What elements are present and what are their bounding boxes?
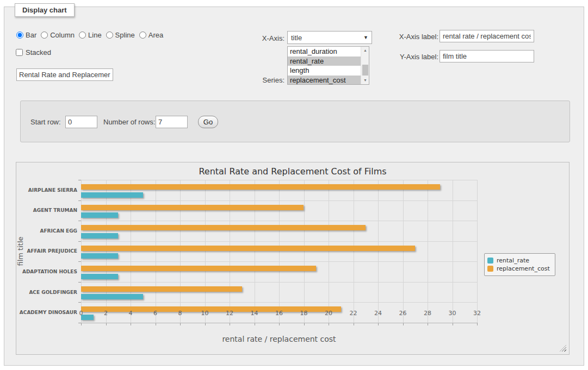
number-of-rows-label: Number of rows:	[103, 118, 155, 126]
bar-rental_rate[interactable]	[81, 212, 118, 218]
bar-replacement_cost[interactable]	[81, 246, 415, 251]
chart-type-label: Column	[50, 31, 75, 39]
x-tick-label: 18	[295, 310, 313, 317]
bar-rental_rate[interactable]	[81, 274, 118, 279]
x-tick-label: 10	[196, 310, 214, 317]
start-row-input[interactable]	[65, 116, 97, 128]
gridline-horizontal	[81, 261, 477, 262]
gridline-horizontal	[81, 302, 477, 303]
gridline-vertical	[378, 180, 379, 323]
bar-rental_rate[interactable]	[81, 253, 118, 259]
bar-replacement_cost[interactable]	[81, 184, 440, 190]
stacked-checkbox[interactable]	[16, 49, 23, 56]
bar-replacement_cost[interactable]	[81, 286, 242, 292]
legend-entry-rental_rate[interactable]: rental_rate	[487, 256, 550, 265]
bar-rental_rate[interactable]	[81, 294, 143, 299]
legend-label: rental_rate	[497, 257, 529, 264]
chart-type-option-line[interactable]: Line	[79, 31, 102, 39]
start-row-label: Start row:	[30, 118, 61, 126]
gridline-vertical	[81, 180, 82, 323]
x-tick-label: 30	[443, 310, 462, 317]
x-axis-select[interactable]: title ▼	[287, 31, 372, 44]
y-axis-label-input[interactable]	[440, 50, 534, 62]
panel-title: Display chart	[15, 3, 75, 17]
category-label: ADAPTATION HOLES	[16, 261, 77, 282]
x-tick-label: 32	[468, 310, 486, 317]
chart-plot-area	[81, 180, 477, 323]
bar-rental_rate[interactable]	[81, 233, 118, 239]
x-tick-label: 2	[97, 310, 115, 317]
series-option-replacement_cost[interactable]: replacement_cost	[288, 76, 361, 85]
x-tick-label: 14	[245, 310, 264, 317]
category-label: ACADEMY DINOSAUR	[16, 302, 77, 323]
series-label: Series:	[244, 76, 284, 84]
x-tick-label: 24	[369, 310, 387, 317]
x-tick-label: 0	[72, 310, 90, 317]
scrollbar-thumb[interactable]	[362, 65, 368, 76]
go-button[interactable]: Go	[198, 116, 218, 128]
chart-type-option-spline[interactable]: Spline	[106, 31, 135, 39]
chart-type-radio-group: BarColumnLineSplineArea	[16, 31, 168, 39]
y-axis-tick	[78, 221, 81, 221]
y-axis-tick	[78, 261, 81, 262]
x-tick-label: 16	[270, 310, 288, 317]
scroll-up-icon[interactable]: ▲	[361, 47, 369, 54]
category-label: AFRICAN EGG	[16, 221, 77, 241]
series-option-length[interactable]: length	[288, 66, 361, 76]
scroll-down-icon[interactable]: ▼	[361, 77, 369, 84]
gridline-horizontal	[81, 200, 477, 201]
gridline-horizontal	[81, 241, 477, 242]
legend-entry-replacement_cost[interactable]: replacement_cost	[487, 265, 550, 273]
y-axis-label-caption: Y-Axis label:	[388, 53, 438, 61]
x-tick-label: 4	[121, 310, 140, 317]
gridline-vertical	[205, 180, 206, 323]
y-axis-tick	[78, 200, 81, 201]
gridline-vertical	[230, 180, 230, 323]
x-tick-label: 26	[394, 310, 412, 317]
x-tick-label: 20	[319, 310, 338, 317]
x-tick-label: 12	[220, 310, 239, 317]
gridline-vertical	[279, 180, 280, 323]
legend-swatch-icon	[487, 266, 493, 272]
resize-handle-icon[interactable]	[560, 345, 566, 352]
listbox-scrollbar[interactable]: ▲ ▼	[361, 47, 369, 84]
series-option-rental_duration[interactable]: rental_duration	[288, 47, 361, 57]
gridline-horizontal	[81, 221, 477, 221]
stacked-label: Stacked	[26, 48, 51, 57]
x-tick-label: 28	[418, 310, 437, 317]
y-axis-tick	[78, 302, 81, 303]
series-option-rental_rate[interactable]: rental_rate	[288, 57, 361, 66]
gridline-vertical	[180, 180, 181, 323]
series-listbox[interactable]: rental_durationrental_ratelengthreplacem…	[287, 46, 369, 85]
bar-replacement_cost[interactable]	[81, 266, 316, 271]
bar-replacement_cost[interactable]	[81, 205, 304, 210]
gridline-vertical	[255, 180, 255, 323]
category-label: AGENT TRUMAN	[16, 200, 77, 221]
chart-type-radio-column[interactable]	[41, 32, 48, 39]
chart-type-radio-bar[interactable]	[16, 32, 23, 39]
x-axis-label-caption: X-Axis label:	[388, 33, 438, 41]
bar-replacement_cost[interactable]	[81, 225, 366, 230]
category-label: AFFAIR PREJUDICE	[16, 241, 77, 262]
number-of-rows-input[interactable]	[156, 116, 188, 128]
chart-type-radio-line[interactable]	[79, 32, 86, 39]
chart-type-option-bar[interactable]: Bar	[16, 31, 36, 39]
chart-title-input[interactable]	[16, 68, 113, 81]
gridline-horizontal	[81, 180, 477, 180]
x-tick-label: 8	[171, 310, 189, 317]
x-axis-tick	[477, 323, 478, 325]
rows-controls-panel: Start row: Number of rows: Go	[20, 101, 570, 142]
x-axis-label-input[interactable]	[440, 30, 534, 42]
chart-type-radio-area[interactable]	[139, 32, 146, 39]
x-axis-line	[81, 323, 477, 323]
chart-type-option-area[interactable]: Area	[139, 31, 163, 39]
display-chart-panel: Display chart BarColumnLineSplineArea St…	[4, 7, 584, 366]
legend-swatch-icon	[487, 258, 493, 264]
x-tick-label: 22	[344, 310, 363, 317]
gridline-vertical	[403, 180, 404, 323]
bar-rental_rate[interactable]	[81, 192, 143, 198]
chart-type-option-column[interactable]: Column	[41, 31, 75, 39]
chart-type-radio-spline[interactable]	[106, 32, 113, 39]
y-axis-title: film title	[16, 170, 24, 333]
x-axis-title: rental rate / replacement cost	[81, 335, 477, 343]
